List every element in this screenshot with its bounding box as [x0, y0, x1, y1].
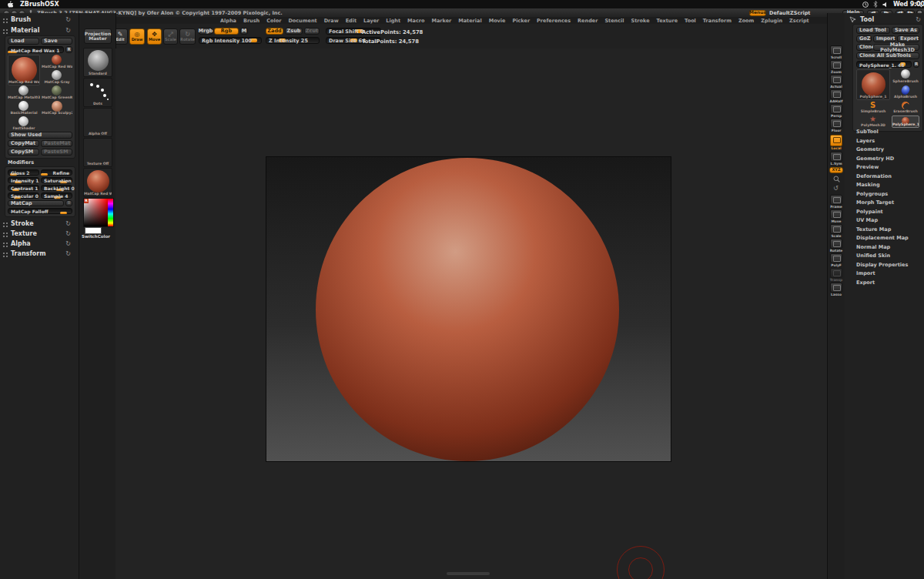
material-palette-header[interactable]: Material ↻ [0, 26, 79, 35]
section-morph-target[interactable]: Morph Target [845, 199, 924, 208]
menu-material[interactable]: Material [458, 18, 481, 24]
tool-thumb-eraserbrush[interactable]: EraserBrush [892, 102, 919, 114]
section-display-properties[interactable]: Display Properties [845, 262, 924, 270]
copy-mat-button[interactable]: CopyMat [8, 140, 39, 147]
tool-restore-button[interactable]: R [913, 61, 919, 68]
brush-palette-header[interactable]: Brush ↻ [0, 15, 79, 25]
menu-preferences[interactable]: Preferences [537, 18, 571, 24]
rgb-intensity-slider[interactable]: Rgb Intensity 100 [199, 37, 262, 44]
restore-config-icon[interactable]: ↻ [65, 230, 71, 237]
menu-render[interactable]: Render [578, 18, 598, 24]
menu-macro[interactable]: Macro [407, 18, 424, 24]
menu-transform[interactable]: Transform [703, 18, 732, 24]
menu-edit[interactable]: Edit [346, 18, 357, 24]
stroke-palette-header[interactable]: Stroke ↻ [0, 219, 79, 229]
section-preview[interactable]: Preview [845, 164, 924, 172]
bluetooth-icon[interactable] [873, 1, 878, 8]
mac-app-name[interactable]: ZBrushOSX [20, 1, 59, 8]
menu-texture[interactable]: Texture [657, 18, 678, 24]
tool-thumb-alphabrush[interactable]: AlphaBrush [892, 85, 919, 99]
zadd-button[interactable]: Zadd [266, 28, 283, 35]
material-thumb-selected[interactable]: MatCap Red Wa [8, 55, 40, 85]
m-button[interactable]: M [240, 28, 248, 35]
saturation-slider[interactable]: Saturation [41, 177, 72, 183]
menu-marker[interactable]: Marker [431, 18, 451, 24]
material-thumb[interactable]: BasicMaterial [8, 101, 40, 115]
z-intensity-slider[interactable]: Z Intensity 25 [266, 37, 320, 44]
shelf-aahalf-button[interactable]: AAHalf [828, 89, 845, 103]
restore-config-icon[interactable]: ↻ [65, 250, 71, 257]
material-thumb[interactable]: FastShader [8, 116, 40, 131]
zsub-button[interactable]: Zsub [285, 28, 303, 35]
tool-name-slider[interactable]: PolySphere_1. 48 [856, 61, 912, 68]
section-polypaint[interactable]: Polypaint [845, 209, 924, 217]
material-restore-button[interactable]: R [65, 46, 72, 53]
menu-zscript[interactable]: Zscript [789, 18, 809, 24]
paste-sm-button[interactable]: PasteSM [41, 149, 72, 156]
section-uv-map[interactable]: UV Map [845, 217, 924, 226]
current-alpha-thumb[interactable]: Alpha Off [83, 108, 112, 137]
rotate-button[interactable]: ↻ Rotate [179, 28, 196, 45]
restore-config-icon[interactable]: ↻ [65, 27, 71, 34]
shelf-local-button[interactable]: Local [828, 135, 845, 150]
refine-slider[interactable]: Refine [41, 169, 72, 176]
restore-config-icon[interactable]: ↻ [65, 220, 71, 227]
spotlight-icon[interactable] [916, 1, 922, 8]
section-polygroups[interactable]: Polygroups [845, 191, 924, 199]
scale-button[interactable]: ⤢ Scale [163, 28, 178, 45]
zcut-button[interactable]: Zcut [304, 28, 320, 35]
alpha-palette-header[interactable]: Alpha ↻ [0, 239, 79, 249]
paste-mat-button[interactable]: PasteMat [41, 140, 72, 147]
current-tool-thumb[interactable]: PolySphere_1 [856, 69, 890, 100]
section-deformation[interactable]: Deformation [845, 173, 924, 182]
restore-config-icon[interactable]: ↻ [65, 16, 71, 23]
shelf-move-button[interactable]: Move [828, 209, 845, 223]
shelf-xyz-button[interactable]: XYZ [829, 167, 843, 173]
menu-zoom[interactable]: Zoom [738, 18, 754, 24]
material-name-slider[interactable]: MatCap Red Wax 1 [8, 46, 64, 53]
menu-tool[interactable]: Tool [685, 18, 696, 24]
mrgb-button[interactable]: Mrgb [199, 28, 213, 35]
secondary-color-swatch[interactable] [85, 227, 102, 234]
sculpt-sphere[interactable] [316, 158, 619, 461]
material-thumb[interactable]: MatCap Sculpy2 [42, 101, 72, 115]
matcap-falloff-slider[interactable]: MatCap Falloff [8, 208, 72, 214]
draw-button[interactable]: ◎ Draw [129, 28, 145, 45]
tool-thumb-polysphere-selected[interactable]: PolySphere_1 [892, 115, 919, 128]
matcap-b-button[interactable]: B [65, 200, 72, 206]
menu-picker[interactable]: Picker [512, 18, 530, 24]
canvas-area[interactable] [116, 49, 827, 579]
move-button[interactable]: ✥ Move [147, 28, 162, 45]
specular-slider[interactable]: Specular 0 [8, 192, 39, 199]
transform-palette-header[interactable]: Transform ↻ [0, 249, 79, 259]
material-thumb[interactable]: MatCap Metal03 [8, 85, 40, 100]
shelf-frame-button[interactable]: Frame [828, 195, 845, 209]
current-material-thumb[interactable]: MatCap Red Wa [83, 168, 112, 197]
clone-button[interactable]: Clone [856, 44, 872, 51]
material-thumb[interactable]: MatCap Red Wa [42, 55, 72, 69]
section-layers[interactable]: Layers [845, 138, 924, 146]
menu-stroke[interactable]: Stroke [631, 18, 650, 24]
section-displacement-map[interactable]: Displacement Map [845, 235, 924, 243]
current-texture-thumb[interactable]: Texture Off [83, 138, 112, 167]
shelf-lasso-button[interactable]: Lasso [828, 283, 845, 296]
color-picker[interactable]: R [83, 198, 114, 227]
show-used-button[interactable]: Show Used [8, 132, 72, 139]
goz-button[interactable]: GoZ [856, 35, 872, 42]
clone-all-subtools-button[interactable]: Clone All SubTools [856, 52, 919, 59]
restore-config-icon[interactable]: ↻ [65, 240, 71, 247]
material-thumb[interactable]: MatCap Gray [42, 70, 72, 85]
matcap-button[interactable]: MatCap [8, 200, 64, 206]
gloss-slider[interactable]: Gloss 2 [8, 169, 39, 176]
section-texture-map[interactable]: Texture Map [845, 226, 924, 235]
shelf-polyf-button[interactable]: PolyF [828, 253, 845, 267]
shelf-actual-button[interactable]: Actual [828, 75, 845, 89]
texture-palette-header[interactable]: Texture ↻ [0, 229, 79, 239]
shelf-zoom-button[interactable]: Zoom [828, 60, 845, 74]
material-save-button[interactable]: Save [41, 38, 72, 45]
shelf-orbit-icon[interactable]: ↺ [833, 185, 839, 192]
section-masking[interactable]: Masking [845, 182, 924, 190]
backlight-slider[interactable]: BackLight 0 [41, 185, 72, 191]
menu-stencil[interactable]: Stencil [604, 18, 624, 24]
projection-master-button[interactable]: Projection Master [84, 28, 112, 44]
